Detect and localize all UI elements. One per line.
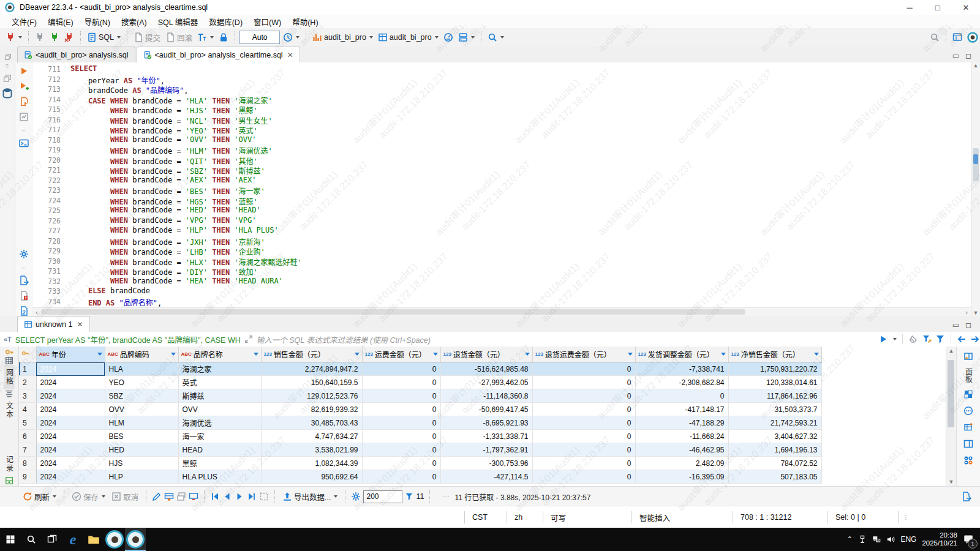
refresh-button[interactable]: 刷新 bbox=[21, 490, 58, 504]
add-row-button[interactable] bbox=[164, 492, 174, 501]
grid-cell[interactable]: -2,308,682.84 bbox=[635, 376, 728, 389]
column-filter-icon[interactable] bbox=[525, 353, 530, 356]
results-vscrollbar[interactable]: ▲▼ bbox=[946, 347, 956, 486]
tab-close-icon[interactable]: ✕ bbox=[287, 51, 293, 59]
grid-cell[interactable]: 0 bbox=[532, 389, 635, 403]
grid-cell[interactable]: 21,742,593.21 bbox=[728, 416, 821, 430]
grid-cell[interactable]: 2024 bbox=[36, 376, 105, 389]
column-filter-icon[interactable] bbox=[171, 353, 176, 356]
menu-item[interactable]: 搜索(A) bbox=[116, 15, 153, 28]
grid-cell[interactable]: 3,538,021.99 bbox=[261, 443, 362, 457]
grid-cell[interactable]: 2024 bbox=[36, 430, 105, 443]
grid-cell[interactable]: 0 bbox=[362, 403, 440, 416]
start-button[interactable] bbox=[0, 528, 21, 551]
script-info-button[interactable] bbox=[19, 306, 29, 316]
row-number[interactable]: 8 bbox=[19, 457, 36, 470]
grid-cell[interactable]: -8,695,921.93 bbox=[440, 416, 532, 430]
save-button[interactable]: 保存 bbox=[70, 490, 107, 504]
grid-cell[interactable]: HLA PLUS bbox=[178, 470, 261, 484]
grid-cell[interactable]: 0 bbox=[532, 416, 635, 430]
ie-button[interactable]: e bbox=[62, 528, 83, 551]
execute-statement-button[interactable] bbox=[19, 66, 29, 76]
editor-vscrollbar[interactable]: ▲▼ bbox=[971, 62, 980, 316]
menu-item[interactable]: SQL 编辑器 bbox=[153, 15, 204, 28]
grid-cell[interactable]: 784,072.52 bbox=[728, 457, 821, 470]
grid-cell[interactable]: -300,753.96 bbox=[440, 457, 532, 470]
grid-cell[interactable]: SBZ bbox=[105, 389, 178, 403]
expand-filter-icon[interactable] bbox=[244, 335, 253, 343]
sql-console-button[interactable] bbox=[19, 138, 29, 148]
forward-icon[interactable] bbox=[970, 334, 980, 344]
column-header-6[interactable]: 123退货金额（元） bbox=[440, 347, 532, 362]
grid-cell[interactable]: 斯搏兹 bbox=[178, 389, 261, 403]
grid-cell[interactable]: 0 bbox=[362, 443, 440, 457]
record-mode-icon[interactable] bbox=[5, 476, 13, 485]
column-filter-icon[interactable] bbox=[721, 353, 726, 356]
network-button[interactable] bbox=[456, 31, 477, 43]
sql-editor-button[interactable]: SQL bbox=[85, 31, 123, 43]
grid-cell[interactable]: OVV bbox=[105, 403, 178, 416]
grid-cell[interactable]: 2024 bbox=[36, 362, 105, 376]
rollback-button[interactable]: 回滚 bbox=[164, 31, 194, 45]
grid-cell[interactable]: -46,462.95 bbox=[635, 443, 728, 457]
network-tray-icon[interactable] bbox=[872, 535, 881, 544]
close-button[interactable]: ✕ bbox=[952, 0, 980, 15]
grid-cell[interactable]: 0 bbox=[532, 376, 635, 389]
filter-input[interactable]: 输入一个 SQL 表达式来过滤结果 (使用 Ctrl+Space) bbox=[257, 334, 431, 345]
side-tab-grid[interactable]: 网格 bbox=[4, 365, 15, 389]
row-number[interactable]: 4 bbox=[19, 403, 36, 416]
metadata-icon[interactable] bbox=[963, 406, 973, 416]
speaker-tray-icon[interactable] bbox=[886, 535, 895, 544]
grid-cell[interactable]: -50,699,417.45 bbox=[440, 403, 532, 416]
grid-cell[interactable]: 0 bbox=[532, 443, 635, 457]
filter-history-caret[interactable] bbox=[893, 338, 897, 340]
edit-filter-icon[interactable] bbox=[922, 334, 932, 344]
grid-cell[interactable]: 0 bbox=[635, 389, 728, 403]
next-row-button[interactable] bbox=[235, 492, 244, 501]
grid-cell[interactable]: 0 bbox=[532, 457, 635, 470]
connect-button[interactable] bbox=[33, 31, 47, 43]
taskbar-clock[interactable]: 20:38 2025/10/21 bbox=[922, 531, 957, 547]
apply-filter-button[interactable] bbox=[878, 334, 888, 344]
task-view-button[interactable] bbox=[42, 528, 62, 551]
quick-access-search[interactable] bbox=[928, 31, 941, 43]
grid-cell[interactable]: HLM bbox=[105, 416, 178, 430]
grid-cell[interactable]: 0 bbox=[362, 416, 440, 430]
results-tab-close-icon[interactable]: ✕ bbox=[77, 320, 83, 329]
grid-cell[interactable]: HLA bbox=[105, 362, 178, 376]
first-row-button[interactable] bbox=[210, 492, 220, 501]
explain-plan-button[interactable] bbox=[19, 112, 29, 122]
tray-expand-icon[interactable]: ⌃ bbox=[846, 535, 853, 544]
grid-cell[interactable]: 1,750,931,220.72 bbox=[728, 362, 821, 376]
row-number[interactable]: 6 bbox=[19, 430, 36, 443]
grid-cell[interactable]: 0 bbox=[532, 403, 635, 416]
row-number[interactable]: 9 bbox=[19, 470, 36, 484]
dbeaver-taskbar-button[interactable] bbox=[104, 528, 125, 551]
filters-icon[interactable] bbox=[935, 334, 945, 344]
dbeaver-taskbar-button-active[interactable] bbox=[125, 528, 146, 551]
column-filter-icon[interactable] bbox=[97, 353, 102, 356]
search-button[interactable] bbox=[486, 31, 506, 43]
grid-cell[interactable]: -27,993,462.05 bbox=[440, 376, 532, 389]
restore-view-icon[interactable] bbox=[3, 74, 12, 83]
grid-cell[interactable]: -417,148.17 bbox=[635, 403, 728, 416]
grid-cell[interactable]: 0 bbox=[362, 457, 440, 470]
grid-cell[interactable]: HJS bbox=[105, 457, 178, 470]
grid-cell[interactable]: 2024 bbox=[36, 470, 105, 484]
row-number[interactable]: 3 bbox=[19, 389, 36, 403]
results-tab-unknown-1[interactable]: unknown 1 ✕ bbox=[17, 316, 90, 332]
fetch-size-input[interactable] bbox=[363, 490, 402, 503]
column-filter-icon[interactable] bbox=[355, 353, 360, 356]
tab-analysis-sql[interactable]: <audit_bi_pro> analysis.sql bbox=[17, 47, 135, 62]
grid-cell[interactable]: 英式 bbox=[178, 376, 261, 389]
script-error-button[interactable] bbox=[19, 291, 29, 301]
grid-cell[interactable]: 2,274,894,947.2 bbox=[261, 362, 362, 376]
grid-cell[interactable]: 2024 bbox=[36, 389, 105, 403]
column-header-7[interactable]: 123退货运费金额（元） bbox=[532, 347, 635, 362]
execute-new-tab-button[interactable] bbox=[19, 81, 29, 91]
grid-cell[interactable]: 117,864,162.96 bbox=[728, 389, 821, 403]
grid-cell[interactable]: 0 bbox=[362, 430, 440, 443]
grid-cell[interactable]: -11,668.24 bbox=[635, 430, 728, 443]
export-script-button[interactable] bbox=[19, 276, 29, 285]
grid-cell[interactable]: 2,482.09 bbox=[635, 457, 728, 470]
